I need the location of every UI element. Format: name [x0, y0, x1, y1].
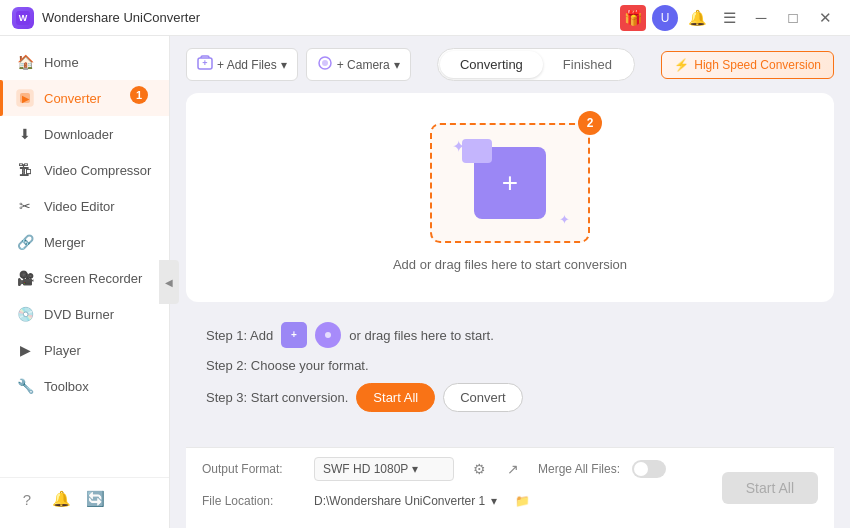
home-icon: 🏠: [16, 53, 34, 71]
bottom-bar: Output Format: SWF HD 1080P ▾ ⚙ ↗ Merge …: [186, 447, 834, 528]
screen-recorder-icon: 🎥: [16, 269, 34, 287]
file-path: D:\Wondershare UniConverter 1 ▾: [314, 494, 497, 508]
add-camera-button[interactable]: + Camera ▾: [306, 48, 411, 81]
main-start-all-button: Start All: [722, 472, 818, 504]
sidebar-item-home[interactable]: 🏠 Home: [0, 44, 169, 80]
step1-label: Step 1: Add: [206, 328, 273, 343]
menu-icon[interactable]: ☰: [716, 5, 742, 31]
editor-icon: ✂: [16, 197, 34, 215]
step3-start-all-button[interactable]: Start All: [356, 383, 435, 412]
converter-icon: ▶: [16, 89, 34, 107]
settings-icon[interactable]: ⚙: [466, 456, 492, 482]
camera-chevron: ▾: [394, 58, 400, 72]
share-icon[interactable]: ↗: [500, 456, 526, 482]
sidebar-item-label: Downloader: [44, 127, 113, 142]
sidebar-item-label: DVD Burner: [44, 307, 114, 322]
sidebar-item-merger[interactable]: 🔗 Merger: [0, 224, 169, 260]
high-speed-conversion-button[interactable]: ⚡ High Speed Conversion: [661, 51, 834, 79]
player-icon: ▶: [16, 341, 34, 359]
sidebar: 🏠 Home ▶ Converter 1 ⬇ Downloader 🗜 Vide…: [0, 36, 170, 528]
sidebar-item-label: Player: [44, 343, 81, 358]
drop-zone-badge: 2: [578, 111, 602, 135]
sidebar-item-label: Video Compressor: [44, 163, 151, 178]
main-layout: 🏠 Home ▶ Converter 1 ⬇ Downloader 🗜 Vide…: [0, 36, 850, 528]
file-location-label: File Location:: [202, 494, 302, 508]
sidebar-item-dvd-burner[interactable]: 💿 DVD Burner: [0, 296, 169, 332]
minimize-button[interactable]: ─: [748, 5, 774, 31]
help-icon[interactable]: ?: [16, 488, 38, 510]
sidebar-bottom: ? 🔔 🔄: [0, 477, 169, 520]
format-icons: ⚙ ↗: [466, 456, 526, 482]
speed-label: High Speed Conversion: [694, 58, 821, 72]
close-button[interactable]: ✕: [812, 5, 838, 31]
content-header: + + Add Files ▾ + Camera ▾: [186, 48, 834, 81]
camera-icon: [317, 55, 333, 74]
step2-label: Step 2: Choose your format.: [206, 358, 369, 373]
format-select[interactable]: SWF HD 1080P ▾: [314, 457, 454, 481]
tab-converting[interactable]: Converting: [440, 51, 543, 78]
svg-text:+: +: [291, 329, 297, 340]
merge-toggle[interactable]: [632, 460, 666, 478]
titlebar: W Wondershare UniConverter 🎁 U 🔔 ☰ ─ □ ✕: [0, 0, 850, 36]
svg-text:W: W: [19, 13, 28, 23]
gift-icon[interactable]: 🎁: [620, 5, 646, 31]
sidebar-item-video-compressor[interactable]: 🗜 Video Compressor: [0, 152, 169, 188]
sidebar-item-player[interactable]: ▶ Player: [0, 332, 169, 368]
tab-group: Converting Finished: [437, 48, 635, 81]
step1-camera-icon[interactable]: [315, 322, 341, 348]
file-path-value: D:\Wondershare UniConverter 1: [314, 494, 485, 508]
converter-badge: 1: [130, 86, 148, 104]
drop-zone[interactable]: + ✦ ✦ 2: [430, 123, 590, 243]
svg-text:▶: ▶: [22, 94, 30, 104]
toolbox-icon: 🔧: [16, 377, 34, 395]
drop-zone-text: Add or drag files here to start conversi…: [393, 257, 627, 272]
bell-icon[interactable]: 🔔: [50, 488, 72, 510]
sidebar-item-converter[interactable]: ▶ Converter 1: [0, 80, 169, 116]
sidebar-item-label: Video Editor: [44, 199, 115, 214]
header-actions: + + Add Files ▾ + Camera ▾: [186, 48, 411, 81]
add-files-icon: +: [197, 55, 213, 74]
path-dropdown: ▾: [491, 494, 497, 508]
sidebar-item-label: Screen Recorder: [44, 271, 142, 286]
step3-convert-button[interactable]: Convert: [443, 383, 523, 412]
drop-zone-container: + ✦ ✦ 2 Add or drag files here to start …: [186, 93, 834, 302]
camera-label: + Camera: [337, 58, 390, 72]
app-title: Wondershare UniConverter: [42, 10, 620, 25]
sparkle-left-icon: ✦: [452, 137, 465, 156]
titlebar-right: 🎁 U 🔔 ☰ ─ □ ✕: [620, 5, 838, 31]
step-2-row: Step 2: Choose your format.: [206, 358, 814, 373]
content-area: + + Add Files ▾ + Camera ▾: [170, 36, 850, 528]
downloader-icon: ⬇: [16, 125, 34, 143]
sidebar-item-video-editor[interactable]: ✂ Video Editor: [0, 188, 169, 224]
step-1-row: Step 1: Add + or drag files here to star…: [206, 322, 814, 348]
format-dropdown-arrow: ▾: [412, 462, 418, 476]
sidebar-item-label: Toolbox: [44, 379, 89, 394]
compressor-icon: 🗜: [16, 161, 34, 179]
sidebar-collapse-button[interactable]: ◀: [159, 260, 179, 304]
refresh-icon[interactable]: 🔄: [84, 488, 106, 510]
bottom-left: Output Format: SWF HD 1080P ▾ ⚙ ↗ Merge …: [202, 456, 722, 520]
lightning-icon: ⚡: [674, 58, 689, 72]
add-files-label: + Add Files: [217, 58, 277, 72]
notification-icon[interactable]: 🔔: [684, 5, 710, 31]
drop-zone-inner: +: [474, 147, 546, 219]
sidebar-item-toolbox[interactable]: 🔧 Toolbox: [0, 368, 169, 404]
sidebar-item-downloader[interactable]: ⬇ Downloader: [0, 116, 169, 152]
add-files-button[interactable]: + + Add Files ▾: [186, 48, 298, 81]
steps-container: Step 1: Add + or drag files here to star…: [186, 322, 834, 422]
bottom-full-row: Output Format: SWF HD 1080P ▾ ⚙ ↗ Merge …: [202, 456, 818, 520]
step-3-row: Step 3: Start conversion. Start All Conv…: [206, 383, 814, 412]
output-format-row: Output Format: SWF HD 1080P ▾ ⚙ ↗ Merge …: [202, 456, 722, 482]
merge-files-label: Merge All Files:: [538, 462, 620, 476]
add-files-chevron: ▾: [281, 58, 287, 72]
maximize-button[interactable]: □: [780, 5, 806, 31]
sidebar-item-screen-recorder[interactable]: 🎥 Screen Recorder: [0, 260, 169, 296]
tab-finished[interactable]: Finished: [543, 51, 632, 78]
output-format-label: Output Format:: [202, 462, 302, 476]
avatar[interactable]: U: [652, 5, 678, 31]
step1-add-icon[interactable]: +: [281, 322, 307, 348]
drop-zone-plus-icon: +: [502, 169, 518, 197]
folder-icon[interactable]: 📁: [509, 488, 535, 514]
app-logo: W: [12, 7, 34, 29]
sidebar-item-label: Home: [44, 55, 79, 70]
